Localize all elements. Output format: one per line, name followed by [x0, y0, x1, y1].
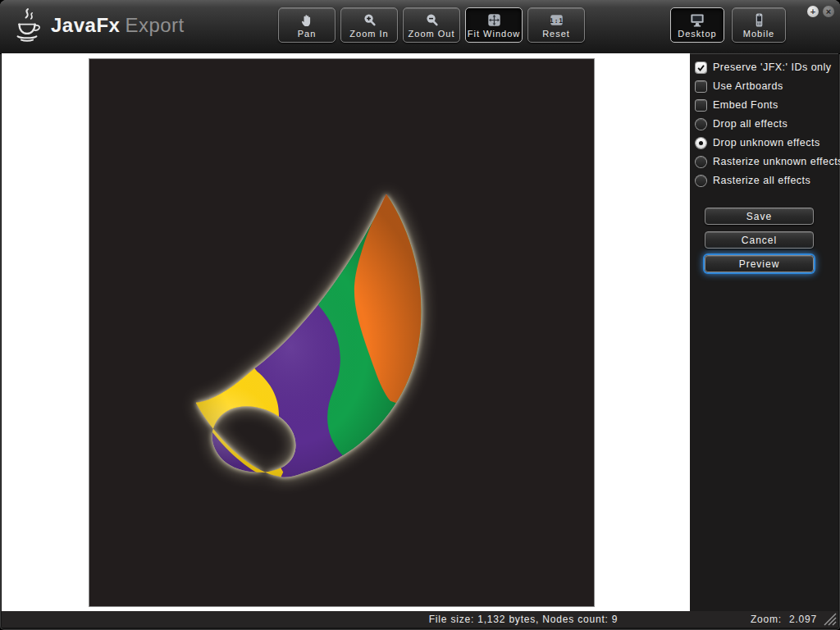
fit-window-button-label: Fit Window	[468, 29, 520, 39]
checkbox-use-artboards[interactable]: Use Artboards	[696, 80, 840, 92]
toolbar: Pan Zoom In Zoom Out Fit Window	[278, 7, 585, 43]
mobile-button[interactable]: Mobile	[732, 7, 786, 43]
app-logo: JavaFxExport	[11, 7, 185, 44]
cancel-button[interactable]: Cancel	[705, 231, 814, 249]
checkbox-label: Embed Fonts	[713, 99, 778, 111]
radio-rasterize-all-effects[interactable]: Rasterize all effects	[696, 175, 840, 186]
header: JavaFxExport Pan Zoom In Zoom Out	[0, 0, 840, 54]
device-toggle-group: Desktop Mobile	[670, 7, 786, 43]
one-to-one-icon: 1:1	[549, 11, 564, 28]
svg-text:1:1: 1:1	[550, 16, 564, 24]
zoom-status-label: Zoom:	[751, 614, 782, 625]
action-buttons: Save Cancel Preview	[705, 208, 814, 272]
checkbox-icon	[696, 81, 706, 92]
resize-grip-icon[interactable]	[824, 613, 837, 626]
window-controls: + ×	[807, 6, 834, 17]
export-options: Preserve 'JFX:' IDs only Use Artboards E…	[696, 62, 840, 186]
checkbox-embed-fonts[interactable]: Embed Fonts	[696, 99, 840, 111]
app-window: JavaFxExport Pan Zoom In Zoom Out	[0, 0, 840, 630]
options-sidebar: Preserve 'JFX:' IDs only Use Artboards E…	[690, 53, 838, 611]
zoom-status-value: 2.097	[789, 614, 817, 625]
reset-button[interactable]: 1:1 Reset	[527, 7, 585, 43]
phone-icon	[751, 11, 767, 28]
radio-drop-unknown-effects[interactable]: Drop unknown effects	[696, 137, 840, 148]
radio-drop-all-effects[interactable]: Drop all effects	[696, 118, 840, 130]
checkbox-icon	[696, 62, 706, 73]
add-window-button[interactable]: +	[807, 6, 819, 17]
artwork-swoosh	[89, 59, 594, 606]
checkbox-label: Preserve 'JFX:' IDs only	[713, 62, 832, 73]
artboard[interactable]	[89, 58, 595, 607]
swoosh-vignette	[196, 194, 422, 477]
checkbox-preserve-jfx-ids[interactable]: Preserve 'JFX:' IDs only	[696, 62, 840, 73]
status-bar: File size: 1,132 bytes, Nodes count: 9 Z…	[2, 611, 838, 628]
checkbox-label: Use Artboards	[713, 80, 783, 92]
mobile-button-label: Mobile	[743, 29, 774, 39]
zoom-out-button-label: Zoom Out	[409, 29, 455, 39]
pan-button[interactable]: Pan	[278, 7, 336, 43]
close-window-button[interactable]: ×	[823, 6, 834, 17]
zoom-out-button[interactable]: Zoom Out	[403, 7, 460, 43]
radio-icon	[696, 138, 706, 148]
zoom-in-icon	[362, 11, 377, 28]
radio-label: Drop unknown effects	[713, 137, 820, 148]
radio-label: Rasterize unknown effects	[713, 156, 840, 167]
pan-button-label: Pan	[298, 29, 317, 39]
zoom-status: Zoom:2.097	[751, 614, 817, 625]
fit-window-icon	[486, 11, 502, 28]
radio-label: Rasterize all effects	[713, 175, 810, 186]
radio-rasterize-unknown-effects[interactable]: Rasterize unknown effects	[696, 156, 840, 167]
reset-button-label: Reset	[542, 29, 570, 39]
checkbox-icon	[696, 100, 706, 111]
canvas-area[interactable]	[2, 53, 690, 611]
preview-button[interactable]: Preview	[705, 255, 814, 272]
save-button[interactable]: Save	[705, 208, 814, 225]
zoom-in-button[interactable]: Zoom In	[340, 7, 398, 43]
desktop-button-label: Desktop	[678, 29, 716, 39]
radio-label: Drop all effects	[713, 118, 788, 130]
zoom-in-button-label: Zoom In	[349, 29, 388, 39]
hand-icon	[299, 11, 315, 28]
java-cup-icon	[11, 7, 43, 44]
radio-icon	[696, 119, 706, 130]
app-title-main: JavaFx	[51, 14, 120, 36]
radio-icon	[696, 176, 706, 186]
radio-icon	[696, 157, 706, 167]
desktop-button[interactable]: Desktop	[670, 7, 724, 43]
file-info-status: File size: 1,132 bytes, Nodes count: 9	[429, 614, 619, 625]
zoom-out-icon	[424, 11, 440, 28]
app-title: JavaFxExport	[51, 14, 185, 37]
fit-window-button[interactable]: Fit Window	[465, 7, 523, 43]
monitor-icon	[688, 11, 706, 28]
app-title-sub: Export	[125, 14, 184, 36]
